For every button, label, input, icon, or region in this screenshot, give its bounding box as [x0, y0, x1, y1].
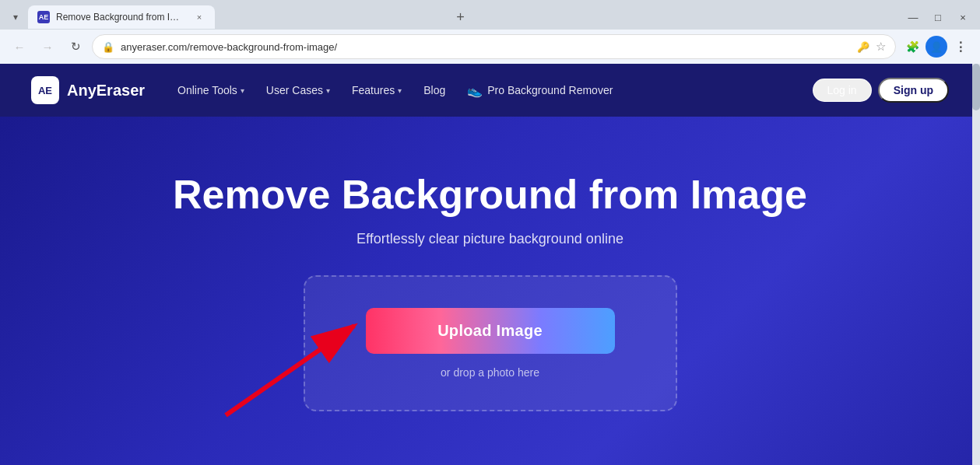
profile-button[interactable]: 👤 [926, 36, 947, 58]
page-content: AE AnyEraser Online Tools ▾ User Cases ▾… [0, 64, 980, 465]
nav-features[interactable]: Features ▾ [342, 78, 411, 103]
hero-subtitle: Effortlessly clear picture background on… [357, 231, 623, 247]
user-cases-chevron-icon: ▾ [326, 86, 330, 95]
nav-features-label: Features [352, 84, 395, 96]
nav-online-tools-label: Online Tools [177, 84, 237, 96]
nav-pro-remover[interactable]: 👟 Pro Background Remover [458, 77, 622, 104]
login-button[interactable]: Log in [813, 79, 872, 102]
nav-blog-label: Blog [423, 84, 445, 96]
tab-list-arrow[interactable]: ▾ [6, 6, 25, 28]
back-button[interactable]: ← [8, 35, 31, 58]
tab-favicon: AE [37, 11, 50, 23]
hero-section: Remove Background from Image Effortlessl… [0, 117, 980, 465]
main-nav: AE AnyEraser Online Tools ▾ User Cases ▾… [0, 64, 980, 117]
nav-user-cases[interactable]: User Cases ▾ [257, 78, 339, 103]
brand-name: AnyEraser [67, 82, 145, 100]
drop-text: or drop a photo here [441, 366, 539, 379]
logo-icon: AE [31, 76, 59, 104]
bookmark-icon[interactable]: ☆ [876, 40, 886, 54]
maximize-button[interactable]: □ [927, 6, 949, 28]
features-chevron-icon: ▾ [398, 86, 402, 95]
signup-button[interactable]: Sign up [878, 78, 949, 103]
browser-chrome: ▾ AE Remove Background from Imag... × + … [0, 0, 980, 64]
window-controls: — □ × [902, 6, 974, 28]
nav-pro-label: Pro Background Remover [487, 84, 613, 96]
address-bar[interactable]: 🔒 anyeraser.com/remove-background-from-i… [92, 34, 896, 59]
nav-online-tools[interactable]: Online Tools ▾ [168, 78, 254, 103]
hero-title: Remove Background from Image [173, 172, 807, 219]
browser-tab-list: AE Remove Background from Imag... × [28, 5, 447, 29]
nav-items: Online Tools ▾ User Cases ▾ Features ▾ B… [168, 77, 806, 104]
toolbar-icons: 🧩 👤 ⋮ [901, 35, 972, 58]
menu-button[interactable]: ⋮ [949, 35, 972, 58]
tab-title: Remove Background from Imag... [56, 12, 187, 23]
browser-toolbar: ← → ↻ 🔒 anyeraser.com/remove-background-… [0, 30, 980, 64]
browser-tab-bar: ▾ AE Remove Background from Imag... × + … [0, 0, 980, 30]
logo-link[interactable]: AE AnyEraser [31, 76, 145, 104]
scrollbar[interactable] [972, 64, 980, 465]
forward-button[interactable]: → [36, 35, 59, 58]
upload-button[interactable]: Upload Image [366, 308, 615, 354]
address-lock-icon: 🔒 [102, 41, 114, 53]
online-tools-chevron-icon: ▾ [241, 86, 244, 95]
refresh-button[interactable]: ↻ [64, 35, 87, 58]
minimize-button[interactable]: — [902, 6, 924, 28]
nav-blog[interactable]: Blog [414, 78, 455, 103]
tab-close-button[interactable]: × [193, 11, 205, 23]
extension-button[interactable]: 🧩 [901, 35, 924, 58]
address-key-icon: 🔑 [857, 41, 869, 53]
close-button[interactable]: × [952, 6, 974, 28]
nav-user-cases-label: User Cases [266, 84, 323, 96]
active-tab[interactable]: AE Remove Background from Imag... × [28, 5, 215, 29]
new-tab-button[interactable]: + [450, 6, 472, 28]
pro-icon: 👟 [467, 83, 483, 98]
upload-area[interactable]: Upload Image or drop a photo here [304, 275, 677, 411]
address-text: anyeraser.com/remove-background-from-ima… [121, 41, 851, 53]
scrollbar-thumb[interactable] [972, 64, 980, 110]
